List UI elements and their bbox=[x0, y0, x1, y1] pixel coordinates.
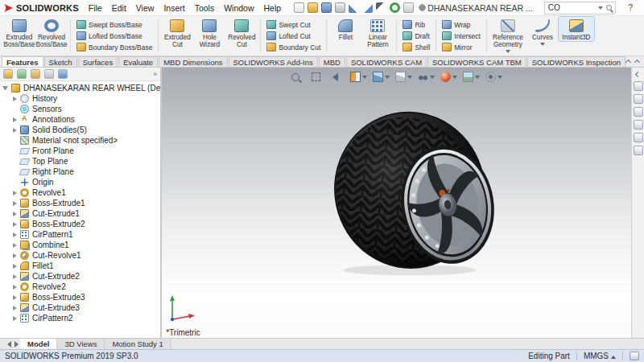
curves-button[interactable]: Curves bbox=[526, 17, 559, 48]
feature-tree-item[interactable]: Annotations bbox=[0, 114, 160, 125]
lofted-boss-base-button[interactable]: Lofted Boss/Base bbox=[75, 31, 144, 41]
feature-tree-item[interactable]: History bbox=[0, 93, 160, 104]
zoom-to-area-icon[interactable] bbox=[310, 70, 328, 84]
pin-ribbon-icon[interactable] bbox=[634, 60, 640, 65]
feature-tree-item[interactable]: Cut-Revolve1 bbox=[0, 250, 160, 261]
collapse-arrow-icon[interactable] bbox=[2, 86, 8, 90]
hole-wizard-button[interactable]: Hole Wizard bbox=[193, 17, 225, 48]
feature-manager-tab-icon[interactable] bbox=[3, 69, 13, 79]
expand-arrow-icon[interactable] bbox=[13, 316, 17, 321]
task-pane-collapse-icon[interactable] bbox=[635, 72, 641, 77]
section-view-icon[interactable] bbox=[349, 70, 369, 84]
display-style-icon[interactable] bbox=[394, 70, 414, 84]
units-selector[interactable]: MMGS bbox=[584, 352, 616, 360]
feature-tree-item[interactable]: Right Plane bbox=[0, 167, 160, 177]
swept-cut-button[interactable]: Swept Cut bbox=[265, 19, 312, 30]
collapse-ribbon-icon[interactable] bbox=[625, 60, 631, 65]
extruded-cut-button[interactable]: Extruded Cut bbox=[161, 17, 193, 48]
status-expand-icon[interactable] bbox=[630, 352, 639, 360]
command-search-box[interactable] bbox=[544, 2, 616, 14]
feature-tree-item[interactable]: Solid Bodies(5) bbox=[0, 125, 160, 135]
command-tab[interactable]: MBD bbox=[319, 56, 345, 67]
rib-button[interactable]: Rib bbox=[401, 19, 427, 30]
open-icon[interactable] bbox=[308, 2, 318, 13]
search-input[interactable] bbox=[548, 3, 595, 12]
panel-tabs-overflow-icon[interactable]: » bbox=[153, 70, 157, 78]
undo-icon[interactable] bbox=[349, 2, 359, 13]
boundary-boss-base-button[interactable]: Boundary Boss/Base bbox=[75, 42, 154, 52]
display-manager-tab-icon[interactable] bbox=[58, 69, 68, 79]
apply-scene-icon[interactable] bbox=[461, 70, 481, 84]
appearances-scenes-icon[interactable] bbox=[634, 133, 643, 142]
expand-arrow-icon[interactable] bbox=[13, 232, 17, 237]
feature-tree-item[interactable]: Boss-Extrude3 bbox=[0, 292, 160, 302]
property-manager-tab-icon[interactable] bbox=[17, 69, 27, 79]
search-scope-chevron-icon[interactable] bbox=[598, 6, 603, 12]
options-icon[interactable] bbox=[417, 2, 427, 13]
menu-item[interactable]: File bbox=[84, 0, 107, 16]
document-tab[interactable]: Motion Study 1 bbox=[105, 339, 171, 349]
command-tab[interactable]: Features bbox=[2, 56, 43, 67]
minimize-icon[interactable]: – bbox=[639, 0, 644, 16]
command-tab[interactable]: SOLIDWORKS CAM bbox=[346, 56, 427, 67]
fillet-button[interactable]: Fillet bbox=[329, 17, 361, 41]
expand-arrow-icon[interactable] bbox=[13, 222, 17, 227]
menu-item[interactable]: View bbox=[131, 0, 159, 16]
command-tab[interactable]: SOLIDWORKS Inspection bbox=[527, 56, 625, 67]
revolved-boss-base-button[interactable]: Revolved Boss/Base bbox=[35, 17, 68, 48]
select-icon[interactable] bbox=[376, 2, 386, 13]
shell-button[interactable]: Shell bbox=[401, 42, 431, 52]
wrap-button[interactable]: Wrap bbox=[440, 19, 472, 30]
menu-item[interactable]: Window bbox=[219, 0, 258, 16]
view-orientation-icon[interactable] bbox=[371, 70, 391, 84]
mirror-button[interactable]: Mirror bbox=[440, 42, 473, 52]
command-tab[interactable]: MBD Dimensions bbox=[159, 56, 227, 67]
menu-item[interactable]: Edit bbox=[107, 0, 131, 16]
command-tab[interactable]: SOLIDWORKS CAM TBM bbox=[427, 56, 526, 67]
feature-tree-item[interactable]: Combine1 bbox=[0, 240, 160, 250]
expand-arrow-icon[interactable] bbox=[13, 253, 17, 258]
view-settings-icon[interactable] bbox=[484, 70, 504, 84]
save-icon[interactable] bbox=[321, 2, 332, 13]
expand-arrow-icon[interactable] bbox=[13, 243, 17, 248]
swept-boss-base-button[interactable]: Swept Boss/Base bbox=[75, 19, 144, 30]
linear-pattern-button[interactable]: Linear Pattern bbox=[361, 17, 394, 48]
edit-appearance-icon[interactable] bbox=[439, 70, 459, 84]
print-icon[interactable] bbox=[335, 2, 345, 13]
new-document-icon[interactable] bbox=[294, 2, 304, 13]
feature-tree-item[interactable]: Revolve1 bbox=[0, 187, 160, 198]
expand-arrow-icon[interactable] bbox=[13, 212, 17, 216]
feature-tree-item[interactable]: Boss-Extrude1 bbox=[0, 198, 160, 208]
hide-show-items-icon[interactable] bbox=[416, 70, 436, 84]
feature-tree-item[interactable]: CirPattern2 bbox=[0, 313, 160, 323]
expand-arrow-icon[interactable] bbox=[13, 306, 17, 311]
feature-tree-item[interactable]: Fillet1 bbox=[0, 261, 160, 271]
rebuild-icon[interactable] bbox=[390, 2, 400, 13]
wheel-3d-model[interactable] bbox=[320, 105, 506, 278]
expand-arrow-icon[interactable] bbox=[13, 285, 17, 290]
expand-arrow-icon[interactable] bbox=[13, 295, 17, 300]
configuration-manager-tab-icon[interactable] bbox=[31, 69, 40, 79]
solidworks-resources-icon[interactable] bbox=[634, 81, 643, 91]
feature-tree-item[interactable]: Material <not specified> bbox=[0, 135, 160, 146]
search-icon[interactable] bbox=[606, 5, 612, 10]
tab-scroll-right-icon[interactable] bbox=[14, 341, 19, 348]
feature-tree-item[interactable]: Boss-Extrude2 bbox=[0, 219, 160, 229]
feature-tree-item[interactable]: Sensors bbox=[0, 104, 160, 114]
document-tab[interactable]: 3D Views bbox=[57, 339, 105, 349]
custom-properties-icon[interactable] bbox=[634, 146, 643, 155]
intersect-button[interactable]: Intersect bbox=[440, 31, 482, 41]
feature-tree-item[interactable]: Cut-Extrude2 bbox=[0, 271, 160, 282]
expand-arrow-icon[interactable] bbox=[13, 201, 17, 206]
expand-arrow-icon[interactable] bbox=[13, 97, 17, 101]
instant3d-button[interactable]: Instant3D bbox=[559, 17, 594, 41]
feature-tree-root[interactable]: DHANASEKARAN REAR WHEEL (De bbox=[0, 83, 160, 93]
zoom-to-fit-icon[interactable] bbox=[290, 70, 308, 84]
command-tab[interactable]: Evaluate bbox=[118, 56, 158, 67]
help-icon[interactable]: ? bbox=[622, 0, 639, 16]
menu-item[interactable]: Help bbox=[259, 0, 287, 16]
previous-view-icon[interactable] bbox=[331, 70, 346, 84]
feature-tree-item[interactable]: Front Plane bbox=[0, 146, 160, 156]
reference-geometry-button[interactable]: Reference Geometry bbox=[489, 17, 526, 56]
expand-arrow-icon[interactable] bbox=[13, 191, 17, 195]
